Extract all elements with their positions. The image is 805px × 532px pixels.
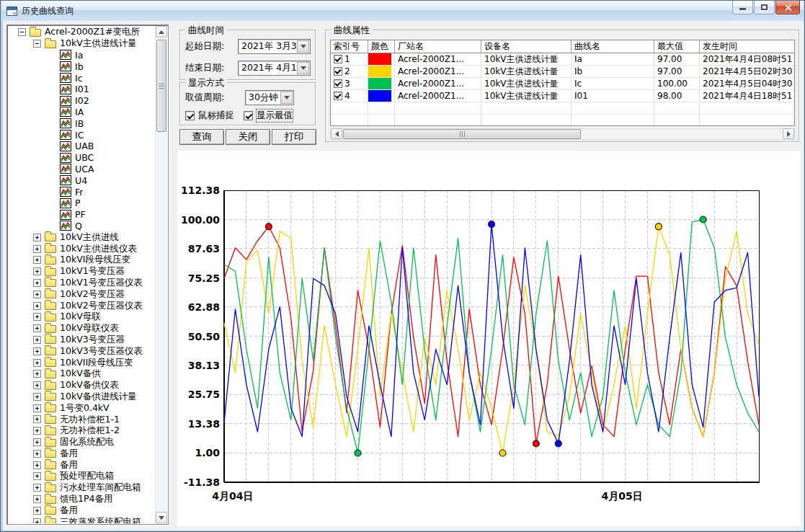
tree-item[interactable]: P — [8, 198, 155, 209]
tree-item[interactable]: 10kVII段母线压变 — [8, 357, 155, 368]
end-date-dropdown-button[interactable] — [297, 62, 309, 74]
collapse-minus-icon[interactable] — [33, 40, 41, 48]
expand-plus-icon[interactable] — [33, 370, 41, 378]
expand-plus-icon[interactable] — [33, 450, 41, 458]
tree-item[interactable]: 10kV2号变压器仪表 — [8, 300, 155, 311]
table-row[interactable]: 3Acrel-2000Z1...10kV主供进线计量Ic100.002021年4… — [331, 78, 794, 90]
expand-plus-icon[interactable] — [33, 245, 41, 253]
tree-item[interactable]: 10kV3号变压器仪表 — [8, 345, 155, 357]
tree-item[interactable]: PF — [8, 209, 155, 221]
column-header[interactable]: 颜色 — [368, 40, 395, 53]
mouse-capture-checkbox[interactable] — [185, 111, 195, 120]
tree-item[interactable]: 备用 — [8, 448, 155, 459]
tree-item[interactable]: Acrel-2000Z1#变电所 — [8, 27, 155, 38]
expand-plus-icon[interactable] — [33, 518, 41, 523]
expand-plus-icon[interactable] — [33, 461, 41, 469]
tree-item[interactable]: UBC — [8, 152, 155, 164]
expand-plus-icon[interactable] — [33, 291, 41, 298]
row-checkbox[interactable] — [334, 55, 342, 63]
tree-item[interactable]: 备用 — [8, 459, 155, 471]
expand-plus-icon[interactable] — [33, 359, 41, 367]
expand-plus-icon[interactable] — [33, 472, 41, 480]
end-date-combo[interactable]: 2021年 4月14 — [238, 61, 311, 76]
tree-scrollbar[interactable] — [155, 26, 167, 523]
row-checkbox[interactable] — [334, 79, 342, 88]
expand-plus-icon[interactable] — [33, 313, 41, 321]
tree-item[interactable]: 无功补偿柜1-1 — [8, 414, 155, 425]
tree-item[interactable]: 10kV备供进线计量 — [8, 391, 155, 403]
column-header[interactable]: 发生时间 — [700, 40, 795, 53]
expand-plus-icon[interactable] — [33, 495, 41, 503]
row-checkbox[interactable] — [334, 92, 342, 100]
tree-item[interactable]: 预处理配电箱 — [8, 471, 155, 482]
start-date-combo[interactable]: 2021年 3月30 — [238, 39, 311, 54]
expand-plus-icon[interactable] — [33, 336, 41, 344]
period-dropdown-button[interactable] — [280, 92, 293, 104]
tree-item[interactable]: Fr — [8, 186, 155, 198]
expand-plus-icon[interactable] — [33, 267, 41, 275]
start-date-dropdown-button[interactable] — [297, 40, 309, 53]
tree-item[interactable]: 10kV2号变压器 — [8, 288, 155, 300]
close-button[interactable] — [775, 1, 800, 14]
tree-item[interactable]: 备用 — [8, 505, 155, 516]
query-button[interactable]: 查询 — [179, 129, 224, 145]
column-header[interactable]: 厂站名 — [395, 40, 481, 53]
tree-scrollbar-thumb[interactable] — [156, 40, 166, 132]
table-row[interactable]: 4Acrel-2000Z1...10kV主供进线计量I0198.002021年4… — [331, 90, 794, 102]
column-header[interactable]: 设备名 — [481, 40, 571, 53]
tree-item[interactable]: 馈电1P4备用 — [8, 494, 155, 505]
expand-plus-icon[interactable] — [33, 279, 41, 287]
column-header[interactable]: 索引号 — [331, 40, 368, 53]
tree-item[interactable]: 10kV1号变压器仪表 — [8, 278, 155, 289]
expand-plus-icon[interactable] — [33, 404, 41, 412]
collapse-minus-icon[interactable] — [18, 28, 26, 36]
tree-item[interactable]: 10kV母联仪表 — [8, 323, 155, 334]
expand-plus-icon[interactable] — [33, 415, 41, 423]
tree-item[interactable]: 10kV主供进线计量 — [8, 38, 155, 50]
period-combo[interactable]: 30分钟 — [245, 90, 294, 105]
column-header[interactable]: 曲线名 — [571, 40, 654, 53]
tree-item[interactable]: UAB — [8, 141, 155, 152]
tree-item[interactable]: 10kV3号变压器 — [8, 334, 155, 346]
expand-plus-icon[interactable] — [33, 256, 41, 264]
tree-item[interactable]: IB — [8, 118, 155, 129]
tree-item[interactable]: 三效蒸发系统配电箱 — [8, 516, 155, 523]
expand-plus-icon[interactable] — [33, 427, 41, 435]
minimize-button[interactable] — [732, 1, 753, 14]
expand-plus-icon[interactable] — [33, 393, 41, 401]
row-checkbox[interactable] — [334, 67, 342, 76]
tree-item[interactable]: I02 — [8, 95, 155, 107]
tree-item[interactable]: IA — [8, 107, 155, 118]
scroll-up-button[interactable] — [156, 26, 167, 37]
table-row[interactable]: 2Acrel-2000Z1...10kV主供进线计量Ib97.002021年4月… — [331, 66, 794, 78]
tree-item[interactable]: 10kV备供仪表 — [8, 380, 155, 391]
expand-plus-icon[interactable] — [33, 302, 41, 310]
tree-item[interactable]: 10kV1号变压器 — [8, 266, 155, 278]
scroll-down-button[interactable] — [156, 512, 167, 523]
tree-item[interactable]: IC — [8, 129, 155, 141]
tree-item[interactable]: 无功补偿柜1-2 — [8, 425, 155, 437]
scroll-left-button[interactable] — [331, 128, 342, 139]
tree-item[interactable]: 10kV母联 — [8, 311, 155, 323]
tree-item[interactable]: 固化系统配电 — [8, 437, 155, 448]
table-scrollbar[interactable] — [330, 128, 795, 140]
show-extremes-checkbox[interactable] — [244, 111, 253, 120]
table-row[interactable]: 1Acrel-2000Z1...10kV主供进线计量Ia97.002021年4月… — [331, 53, 794, 66]
tree-item[interactable]: 10kV备供 — [8, 368, 155, 380]
close-dialog-button[interactable]: 关闭 — [226, 129, 270, 145]
restore-button[interactable] — [754, 1, 775, 14]
expand-plus-icon[interactable] — [33, 381, 41, 389]
tree-item[interactable]: Ia — [8, 50, 155, 61]
scroll-right-button[interactable] — [783, 128, 794, 139]
expand-plus-icon[interactable] — [33, 507, 41, 515]
tree-item[interactable]: 1号变0.4kV — [8, 402, 155, 414]
expand-plus-icon[interactable] — [33, 324, 41, 332]
history-curve-chart[interactable]: 112.38100.0087.6375.2562.8850.5038.1325.… — [177, 151, 801, 526]
tree-item[interactable]: 10kV主供进线 — [8, 231, 155, 243]
tree-item[interactable]: Ib — [8, 61, 155, 72]
tree-item[interactable]: 污水处理车间配电箱 — [8, 482, 155, 494]
tree-item[interactable]: Q — [8, 221, 155, 232]
expand-plus-icon[interactable] — [33, 347, 41, 355]
tree-item[interactable]: UCA — [8, 164, 155, 175]
tree-item[interactable]: Ic — [8, 72, 155, 84]
